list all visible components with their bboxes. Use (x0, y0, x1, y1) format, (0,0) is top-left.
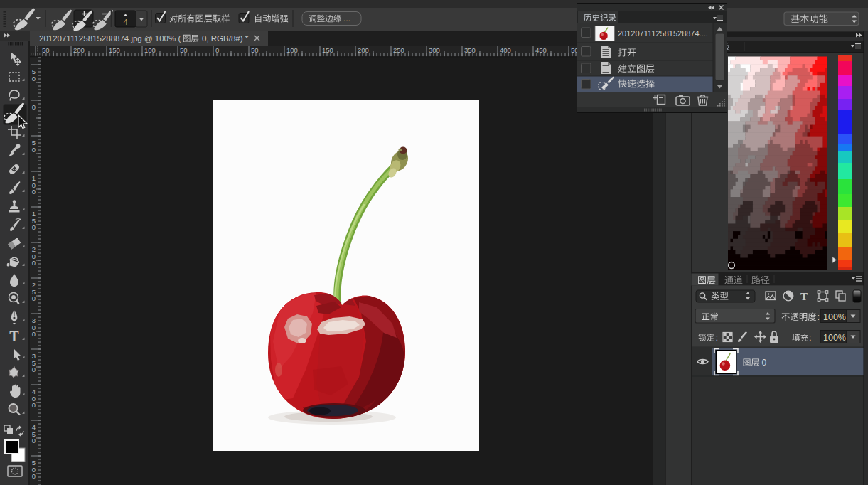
svg-text:0: 0 (32, 75, 36, 82)
svg-text:300: 300 (429, 46, 440, 54)
svg-text::: : (809, 332, 812, 343)
svg-text::: : (716, 332, 719, 343)
svg-text:100%: 100% (823, 333, 846, 343)
svg-text:50: 50 (251, 46, 259, 54)
svg-text:450: 450 (535, 46, 547, 54)
svg-text:4: 4 (123, 18, 128, 26)
svg-text:0: 0 (32, 188, 36, 196)
svg-text:100: 100 (144, 46, 156, 54)
svg-text:2012071112581528874....: 2012071112581528874.... (618, 29, 708, 38)
svg-text:150: 150 (322, 46, 333, 54)
svg-text:0: 0 (32, 401, 36, 409)
svg-text:T: T (9, 329, 19, 344)
svg-text:20120711125815288874.jpg @ 100: 20120711125815288874.jpg @ 100% ( (39, 34, 181, 43)
svg-text:0: 0 (32, 294, 36, 302)
svg-text:200: 200 (358, 46, 369, 54)
svg-text:0: 0 (32, 330, 36, 338)
svg-text:...: ... (343, 14, 350, 23)
svg-text::: : (818, 311, 820, 322)
svg-text:0: 0 (32, 103, 36, 111)
svg-text:50: 50 (42, 46, 50, 54)
svg-text:0, RGB/8#) *: 0, RGB/8#) * (202, 34, 249, 43)
svg-text:400: 400 (500, 46, 511, 54)
svg-text:0: 0 (32, 472, 36, 480)
svg-text:150: 150 (109, 46, 120, 54)
svg-text:0: 0 (32, 259, 36, 267)
svg-text:0: 0 (762, 358, 767, 368)
svg-text:250: 250 (393, 46, 404, 54)
svg-text:200: 200 (73, 46, 85, 54)
svg-text:0: 0 (32, 223, 36, 231)
svg-text:50: 50 (180, 46, 188, 54)
svg-text:0: 0 (32, 366, 36, 373)
svg-text:0: 0 (32, 146, 36, 154)
svg-text:0: 0 (32, 437, 36, 444)
svg-text:350: 350 (464, 46, 476, 54)
svg-text:100%: 100% (823, 312, 846, 322)
svg-text:T: T (800, 291, 808, 302)
svg-text:100: 100 (286, 46, 298, 54)
svg-text:0: 0 (215, 46, 219, 54)
